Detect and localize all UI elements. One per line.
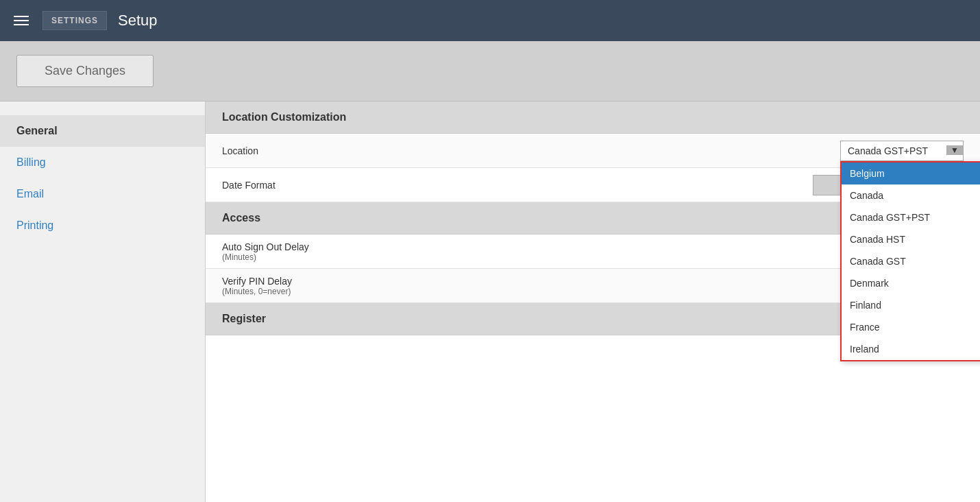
location-label: Location — [222, 145, 840, 156]
sidebar-item-printing[interactable]: Printing — [0, 210, 205, 241]
toolbar: Save Changes — [0, 41, 980, 101]
dropdown-option-canada-gst[interactable]: Canada GST — [842, 250, 980, 272]
location-dropdown-display[interactable]: Canada GST+PST ▼ — [840, 141, 964, 161]
dropdown-option-belgium[interactable]: Belgium — [842, 163, 980, 184]
dropdown-option-finland[interactable]: Finland — [842, 294, 980, 316]
date-format-label: Date Format — [222, 180, 813, 191]
main-content: Location Customization Location Canada G… — [206, 101, 980, 502]
dropdown-option-denmark[interactable]: Denmark — [842, 272, 980, 294]
dropdown-arrow-icon: ▼ — [946, 145, 963, 155]
sidebar-item-general[interactable]: General — [0, 115, 205, 147]
dropdown-option-canada-hst[interactable]: Canada HST — [842, 228, 980, 250]
dropdown-option-canada-gst-pst[interactable]: Canada GST+PST — [842, 206, 980, 228]
sidebar: General Billing Email Printing — [0, 101, 206, 502]
settings-badge: SETTINGS — [42, 11, 107, 30]
content-area: General Billing Email Printing Location … — [0, 101, 980, 502]
dropdown-option-canada[interactable]: Canada — [842, 184, 980, 206]
location-customization-header: Location Customization — [206, 101, 980, 134]
hamburger-icon[interactable] — [11, 13, 32, 28]
sidebar-item-email[interactable]: Email — [0, 178, 205, 210]
sidebar-item-billing[interactable]: Billing — [0, 147, 205, 178]
page-title: Setup — [118, 12, 158, 29]
location-dropdown-container[interactable]: Canada GST+PST ▼ Belgium Canada Canada G… — [840, 141, 964, 161]
location-control: Canada GST+PST ▼ Belgium Canada Canada G… — [840, 141, 964, 161]
location-selected-value: Canada GST+PST — [848, 145, 928, 156]
dropdown-option-ireland[interactable]: Ireland — [842, 338, 980, 360]
save-changes-button[interactable]: Save Changes — [16, 55, 154, 87]
app-header: SETTINGS Setup — [0, 0, 980, 41]
location-row: Location Canada GST+PST ▼ Belgium Canada… — [206, 134, 980, 168]
location-dropdown-list: Belgium Canada Canada GST+PST Canada HST… — [840, 161, 980, 361]
dropdown-option-france[interactable]: France — [842, 316, 980, 338]
